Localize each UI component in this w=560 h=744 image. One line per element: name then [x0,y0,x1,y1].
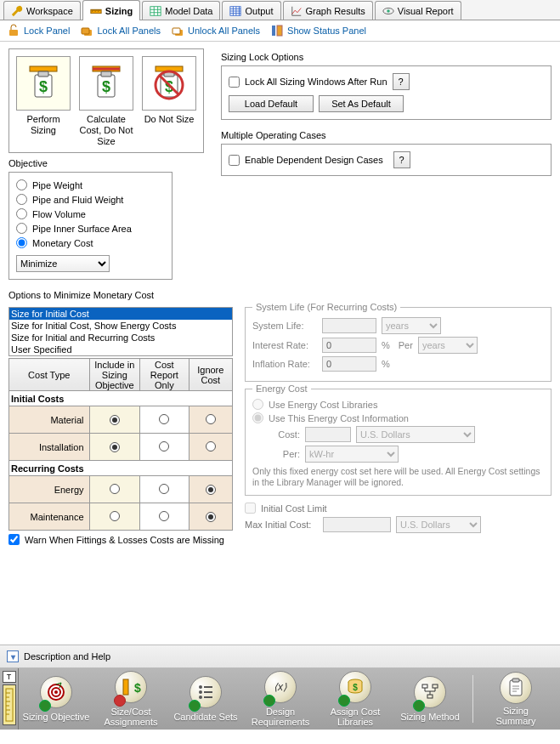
nav-assign-cost-libraries[interactable]: $ Assign Cost Libraries [321,669,389,729]
radio-use-libraries: Use Energy Cost Libraries [252,399,544,410]
enable-dependent-checkbox[interactable] [229,155,240,166]
system-life-unit: years [382,317,441,334]
lock-panel-button[interactable]: Lock Panel [7,24,70,37]
objective-group: Objective Pipe Weight Pipe and Fluid Wei… [8,158,204,280]
list-item[interactable]: Size for Initial Cost [9,308,232,320]
nav-sizing-summary[interactable]: Sizing Summary [482,670,550,728]
nav-label: Assign Cost Libraries [321,707,389,727]
help-multi-button[interactable]: ? [393,151,410,168]
svg-text:$: $ [134,681,141,695]
tab-output[interactable]: Output [222,1,280,20]
radio-cell[interactable] [89,476,140,503]
tab-label: Model Data [165,6,212,16]
sizing-nav: T Sizing Objective $ Size/Cost Assignmen… [0,668,560,730]
energy-per-unit: kW-hr [305,446,399,463]
nav-size-cost-assignments[interactable]: $ Size/Cost Assignments [97,669,165,729]
do-not-size-button[interactable]: $ [142,56,196,111]
energy-cost-unit: U.S. Dollars [356,426,475,443]
minmax-combo[interactable]: Minimize [16,255,110,272]
set-default-button[interactable]: Set As Default [319,95,404,112]
svg-point-34 [199,690,202,694]
left-column: $ Perform Sizing $ [8,48,204,280]
calc-cost-button[interactable]: $ [79,56,133,111]
options-list[interactable]: Size for Initial Cost Size for Initial C… [8,307,233,356]
list-item[interactable]: Size for Initial and Recurring Costs [9,332,232,344]
expand-toggle[interactable]: ▾ [7,650,19,662]
radio-cell[interactable] [189,406,232,434]
radio-label: Pipe Inner Surface Area [32,224,132,234]
list-item[interactable]: User Specified [9,344,232,355]
radio-cell[interactable] [89,406,140,434]
ruler-icon [5,688,14,722]
max-initial-cost-unit: U.S. Dollars [396,516,481,533]
section-header: Initial Costs [9,391,233,406]
radio-cell[interactable] [189,503,232,531]
row-label: Installation [9,434,90,461]
chart-icon [291,5,303,17]
nav-candidate-sets[interactable]: Candidate Sets [172,674,240,724]
svg-text:⟨x⟩: ⟨x⟩ [274,681,287,693]
description-band[interactable]: ▾ Description and Help [0,645,560,668]
nav-label: Sizing Method [400,712,460,722]
radio-cell[interactable] [140,406,189,434]
svg-rect-9 [173,28,180,34]
ruler-icon [90,5,102,17]
radio-cell[interactable] [140,503,189,531]
energy-cost-input [305,427,351,442]
svg-point-4 [387,9,390,13]
field-label: Per: [269,449,300,459]
radio-cell[interactable] [189,434,232,461]
radio-cell[interactable] [140,476,189,503]
button-label: Lock All Panels [97,26,161,36]
lock-all-button[interactable]: Lock All Panels [80,24,161,37]
radio-cell[interactable] [89,434,140,461]
energy-cost-group: Energy Cost Use Energy Cost Libraries Us… [245,389,552,496]
radio-cell[interactable] [189,476,232,503]
show-status-button[interactable]: Show Status Panel [270,24,366,37]
checkbox-label: Lock All Sizing Windows After Run [245,77,387,87]
lock-after-run-checkbox[interactable] [229,77,240,88]
radio-flow-volume[interactable]: Flow Volume [16,208,165,219]
checkbox-label: Enable Dependent Design Cases [245,155,383,165]
field-label: Inflation Rate: [252,359,317,369]
svg-rect-1 [150,6,161,15]
radio-cell[interactable] [89,503,140,531]
radio-monetary-cost[interactable]: Monetary Cost [16,237,165,248]
nav-design-requirements[interactable]: ⟨x⟩ Design Requirements [246,669,314,729]
radio-pipe-fluid-weight[interactable]: Pipe and Fluid Weight [16,194,165,205]
tab-workspace[interactable]: Workspace [3,1,81,20]
perform-sizing-button[interactable]: $ [16,56,71,111]
cost-type-table: Cost Type Include in Sizing Objective Co… [8,358,233,531]
nav-sizing-method[interactable]: Sizing Method [396,674,464,724]
energy-note: Only this fixed energy cost set here wil… [252,466,544,488]
tab-sizing[interactable]: Sizing [82,0,140,20]
tab-graph[interactable]: Graph Results [283,1,373,20]
button-label: Perform Sizing [16,114,71,136]
radio-cell[interactable] [140,434,189,461]
list-item[interactable]: Size for Initial Cost, Show Energy Costs [9,320,232,332]
warn-checkbox[interactable] [8,534,20,545]
col-header: Cost Report Only [140,359,189,391]
statuspanel-icon [270,24,284,37]
help-lock-button[interactable]: ? [393,73,410,90]
nav-sizing-objective[interactable]: Sizing Objective [22,674,90,724]
radio-surface-area[interactable]: Pipe Inner Surface Area [16,223,165,234]
tab-modeldata[interactable]: Model Data [142,1,220,20]
row-label: Material [9,406,90,434]
gutter-text-button[interactable]: T [3,671,16,683]
radio-label: Pipe Weight [32,180,82,190]
wrench-icon [11,5,23,17]
max-initial-cost-input [323,517,391,532]
unlock-all-button[interactable]: Unlock All Panels [171,24,260,37]
gutter-ruler-button[interactable] [3,684,16,725]
svg-rect-5 [9,30,18,36]
field-label: Max Initial Cost: [245,520,318,530]
load-default-button[interactable]: Load Default [229,95,314,112]
table-row: Material [9,406,233,434]
options-area: Size for Initial Cost Size for Initial C… [8,307,552,545]
radio-pipe-weight[interactable]: Pipe Weight [16,179,165,190]
sizing-icon: $ [25,65,62,102]
svg-rect-19 [101,71,111,77]
tab-visualreport[interactable]: Visual Report [375,1,461,20]
system-life-group: System Life (For Recurring Costs) System… [245,307,552,382]
